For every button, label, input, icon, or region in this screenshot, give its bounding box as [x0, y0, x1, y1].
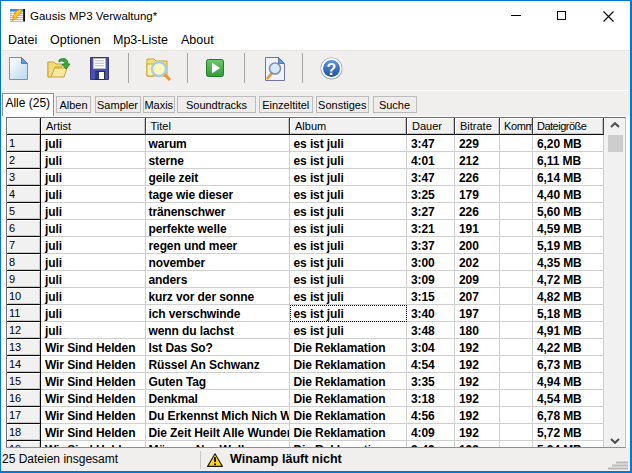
svg-text:?: ?: [327, 61, 337, 78]
